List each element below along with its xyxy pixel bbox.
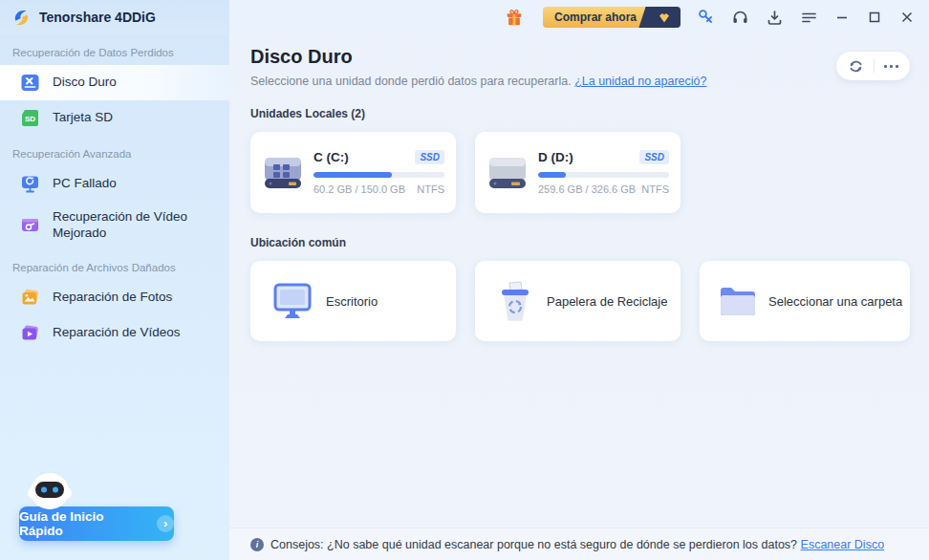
sidebar-item-label: Reparación de Fotos: [53, 290, 172, 306]
app-logo-icon: [11, 8, 32, 28]
tip-text-body: Consejos: ¿No sabe qué unidad escanear p…: [270, 538, 797, 551]
section-advanced: Recuperación Avanzada: [0, 136, 229, 166]
arrow-right-icon: ›: [157, 515, 174, 532]
more-options-icon[interactable]: [884, 65, 898, 68]
download-icon[interactable]: [765, 8, 784, 27]
titlebar-actions: Comprar ahora: [229, 0, 929, 34]
buy-now-label: Comprar ahora: [543, 11, 648, 24]
ssd-badge: SSD: [415, 150, 444, 164]
quick-start-guide-label: Guía de Inicio Rápido: [19, 509, 149, 538]
sidebar-item-video-mejorado[interactable]: Recuperación de Vídeo Mejorado: [0, 202, 229, 249]
sd-card-icon: SD: [20, 108, 40, 128]
drive-card-d[interactable]: D (D:) SSD 259.6 GB / 326.6 GB NTFS: [475, 132, 681, 213]
divider: [874, 59, 875, 73]
page-title: Disco Duro: [250, 46, 706, 68]
minimize-button[interactable]: [833, 9, 851, 26]
main-content: Disco Duro Seleccione una unidad donde p…: [229, 34, 929, 528]
sidebar-item-tarjeta-sd[interactable]: SD Tarjeta SD: [0, 100, 229, 136]
gift-icon[interactable]: [505, 8, 524, 27]
section-lost-data: Recuperación de Datos Perdidos: [0, 34, 229, 65]
page-subtitle-text: Seleccione una unidad donde perdió datos…: [250, 75, 572, 88]
location-card-recycle-bin[interactable]: Papelera de Reciclaje: [475, 261, 681, 341]
sidebar-item-reparacion-fotos[interactable]: Reparación de Fotos: [0, 280, 229, 315]
drive-c-icon: [260, 151, 306, 195]
info-icon: i: [250, 538, 264, 551]
tip-text: Consejos: ¿No sabe qué unidad escanear p…: [270, 538, 884, 551]
drive-not-shown-link[interactable]: ¿La unidad no apareció?: [574, 75, 706, 88]
footer-tip-bar: i Consejos: ¿No sabe qué unidad escanear…: [229, 528, 929, 560]
support-headset-icon[interactable]: [730, 8, 749, 27]
location-label: Papelera de Reciclaje: [547, 294, 667, 309]
common-locations-label: Ubicación común: [250, 236, 910, 249]
sidebar-item-label: Recuperación de Vídeo Mejorado: [53, 209, 196, 242]
location-card-select-folder[interactable]: Seleccionar una carpeta: [700, 261, 910, 341]
video-repair-icon: [20, 323, 40, 343]
drive-name: D (D:): [538, 150, 573, 164]
app-window: Tenorshare 4DDiG Comprar ahora: [0, 0, 929, 560]
page-subtitle: Seleccione una unidad donde perdió datos…: [250, 75, 706, 88]
buy-now-button[interactable]: Comprar ahora: [543, 7, 681, 28]
desktop-icon: [271, 281, 313, 321]
hdd-icon: [20, 73, 40, 93]
drive-d-icon: [485, 151, 530, 195]
assistant-robot-mascot: [25, 470, 75, 512]
close-button[interactable]: [898, 9, 916, 26]
drive-name: C (C:): [313, 150, 349, 164]
drive-filesystem: NTFS: [417, 183, 444, 195]
location-label: Seleccionar una carpeta: [768, 294, 902, 309]
sidebar-item-label: Reparación de Vídeos: [53, 325, 181, 341]
common-locations-row: Escritorio Papelera de Reciclaje Selecci…: [250, 261, 910, 341]
photo-repair-icon: [20, 288, 40, 308]
drive-tools: [836, 52, 910, 80]
local-drives-label: Unidades Locales (2): [250, 107, 910, 120]
titlebar: Tenorshare 4DDiG Comprar ahora: [0, 0, 929, 34]
drive-usage-bar: [538, 172, 669, 178]
drive-filesystem: NTFS: [641, 183, 669, 195]
refresh-icon[interactable]: [848, 58, 864, 75]
sidebar-item-disco-duro[interactable]: Disco Duro: [0, 65, 229, 100]
drive-usage-text: 60.2 GB / 150.0 GB: [313, 183, 405, 195]
brand-area: Tenorshare 4DDiG: [0, 0, 229, 34]
sidebar-item-label: PC Fallado: [53, 176, 117, 192]
drive-usage-bar: [313, 172, 444, 178]
maximize-button[interactable]: [866, 9, 883, 26]
sidebar-item-label: Disco Duro: [53, 75, 117, 91]
drive-usage-text: 259.6 GB / 326.6 GB: [538, 183, 636, 195]
sidebar-item-pc-fallado[interactable]: PC Fallado: [0, 166, 229, 202]
location-card-desktop[interactable]: Escritorio: [250, 261, 456, 341]
sidebar: Recuperación de Datos Perdidos Disco Dur…: [0, 34, 229, 560]
sidebar-item-label: Tarjeta SD: [53, 110, 113, 126]
drive-usage-bar-fill: [538, 172, 566, 178]
brand-title: Tenorshare 4DDiG: [39, 10, 156, 25]
location-label: Escritorio: [326, 294, 378, 309]
license-key-icon[interactable]: [696, 8, 715, 27]
scan-disk-link[interactable]: Escanear Disco: [801, 538, 885, 551]
local-drives-row: C (C:) SSD 60.2 GB / 150.0 GB NTFS: [250, 132, 910, 213]
sidebar-item-reparacion-videos[interactable]: Reparación de Vídeos: [0, 315, 229, 351]
menu-icon[interactable]: [799, 8, 818, 27]
svg-text:SD: SD: [25, 115, 35, 123]
video-enhance-icon: [20, 215, 40, 235]
vip-badge-icon: [648, 7, 681, 28]
folder-icon: [717, 283, 759, 319]
drive-usage-bar-fill: [313, 172, 392, 178]
ssd-badge: SSD: [639, 150, 669, 164]
drive-card-c[interactable]: C (C:) SSD 60.2 GB / 150.0 GB NTFS: [250, 132, 456, 213]
section-repair: Reparación de Archivos Dañados: [0, 249, 229, 280]
recycle-bin-icon: [496, 280, 534, 322]
crashed-pc-icon: [20, 174, 40, 194]
